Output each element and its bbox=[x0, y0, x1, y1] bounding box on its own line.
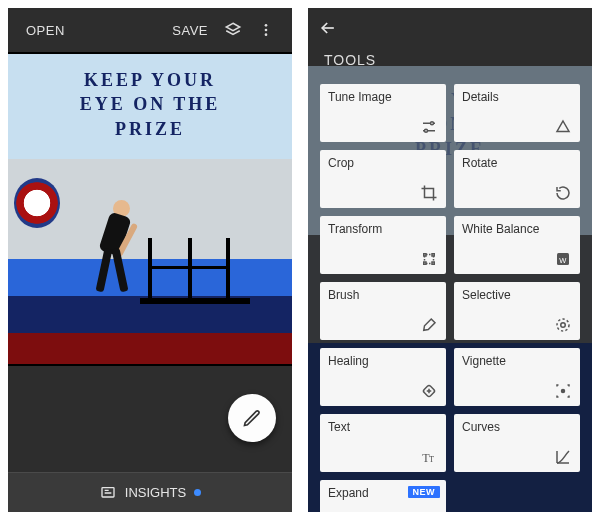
white-balance-icon: W bbox=[554, 250, 572, 268]
text-icon: TT bbox=[420, 448, 438, 466]
overlay-text: KEEP YOUR EYE ON THE PRIZE bbox=[8, 68, 292, 141]
save-button[interactable]: SAVE bbox=[164, 17, 216, 44]
edit-fab[interactable] bbox=[228, 394, 276, 442]
tool-expand[interactable]: ExpandNEW bbox=[320, 480, 446, 512]
insights-icon bbox=[99, 485, 117, 501]
triangle-icon bbox=[554, 118, 572, 136]
tool-label: Healing bbox=[328, 354, 369, 368]
tool-healing[interactable]: Healing bbox=[320, 348, 446, 406]
svg-point-5 bbox=[425, 129, 428, 132]
tool-text[interactable]: TextTT bbox=[320, 414, 446, 472]
bandage-icon bbox=[420, 382, 438, 400]
svg-point-8 bbox=[561, 323, 566, 328]
rotate-icon bbox=[554, 184, 572, 202]
tool-curves[interactable]: Curves bbox=[454, 414, 580, 472]
bottom-bar[interactable]: INSIGHTS bbox=[8, 472, 292, 512]
tool-label: Selective bbox=[462, 288, 511, 302]
tool-label: Vignette bbox=[462, 354, 506, 368]
person-figure bbox=[94, 200, 134, 296]
sliders-icon bbox=[420, 118, 438, 136]
tool-label: Rotate bbox=[462, 156, 497, 170]
wall-logo bbox=[14, 178, 60, 228]
tool-details[interactable]: Details bbox=[454, 84, 580, 142]
pencil-icon bbox=[242, 408, 262, 428]
tool-transform[interactable]: Transform bbox=[320, 216, 446, 274]
selective-icon bbox=[554, 316, 572, 334]
svg-point-9 bbox=[557, 319, 569, 331]
svg-point-4 bbox=[431, 122, 434, 125]
sled-figure bbox=[140, 238, 250, 304]
tool-label: Details bbox=[462, 90, 499, 104]
top-bar: OPEN SAVE bbox=[8, 8, 292, 52]
tool-label: Text bbox=[328, 420, 350, 434]
tool-label: Curves bbox=[462, 420, 500, 434]
curves-icon bbox=[554, 448, 572, 466]
tool-label: Brush bbox=[328, 288, 359, 302]
svg-point-11 bbox=[562, 390, 565, 393]
brush-icon bbox=[420, 316, 438, 334]
tool-label: Crop bbox=[328, 156, 354, 170]
tool-label: Transform bbox=[328, 222, 382, 236]
layers-icon[interactable] bbox=[216, 15, 250, 45]
tools-screen: TOOLS KEEP YOUR EYE ON THE PRIZE Tune Im… bbox=[308, 8, 592, 512]
tool-brush[interactable]: Brush bbox=[320, 282, 446, 340]
crop-icon bbox=[420, 184, 438, 202]
insights-label: INSIGHTS bbox=[125, 485, 186, 500]
svg-text:T: T bbox=[429, 455, 434, 464]
svg-rect-3 bbox=[102, 487, 114, 496]
tool-rotate[interactable]: Rotate bbox=[454, 150, 580, 208]
more-icon[interactable] bbox=[250, 16, 282, 44]
back-icon[interactable] bbox=[318, 18, 338, 38]
tools-top-bar bbox=[308, 8, 592, 48]
tool-label: Tune Image bbox=[328, 90, 392, 104]
tool-grid: Tune ImageDetailsCropRotateTransformWhit… bbox=[320, 84, 580, 512]
svg-point-1 bbox=[265, 29, 268, 32]
photo-canvas[interactable]: KEEP YOUR EYE ON THE PRIZE bbox=[8, 52, 292, 366]
svg-text:W: W bbox=[559, 256, 567, 265]
vignette-icon bbox=[554, 382, 572, 400]
open-button[interactable]: OPEN bbox=[18, 17, 73, 44]
svg-point-2 bbox=[265, 33, 268, 36]
svg-point-0 bbox=[265, 24, 268, 27]
new-badge: NEW bbox=[408, 486, 441, 498]
notification-dot-icon bbox=[194, 489, 201, 496]
editor-screen: OPEN SAVE KEEP YOUR EYE ON THE PRIZE INS… bbox=[8, 8, 292, 512]
tool-label: White Balance bbox=[462, 222, 539, 236]
tool-label: Expand bbox=[328, 486, 369, 500]
tool-vignette[interactable]: Vignette bbox=[454, 348, 580, 406]
tool-selective[interactable]: Selective bbox=[454, 282, 580, 340]
tool-white-balance[interactable]: White BalanceW bbox=[454, 216, 580, 274]
tool-tune-image[interactable]: Tune Image bbox=[320, 84, 446, 142]
transform-icon bbox=[420, 250, 438, 268]
tool-crop[interactable]: Crop bbox=[320, 150, 446, 208]
